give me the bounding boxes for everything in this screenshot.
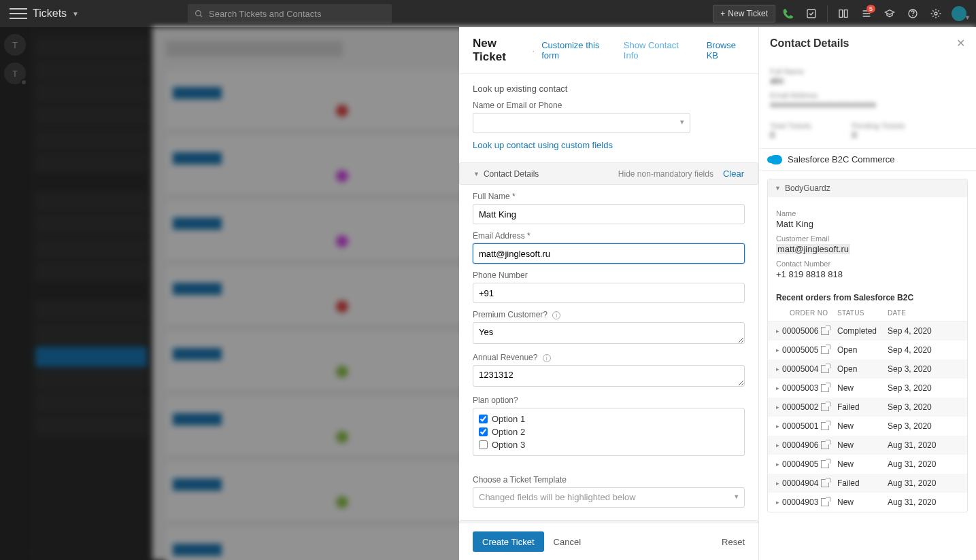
email-label: Email Address *: [473, 231, 745, 241]
salesforce-label: Salesforce B2C Commerce: [788, 154, 895, 164]
book-icon[interactable]: [833, 3, 854, 24]
order-row[interactable]: ▸00004903 New Aug 31, 2020: [768, 493, 967, 512]
cust-email-value: matt@jinglesoft.ru: [776, 244, 850, 254]
lookup-contact-select[interactable]: [473, 113, 690, 133]
global-search[interactable]: Search Tickets and Contacts: [188, 4, 392, 23]
order-row[interactable]: ▸00004904 Failed Aug 31, 2020: [768, 474, 967, 493]
show-contact-info-link[interactable]: Show Contact Info: [624, 40, 687, 60]
clear-link[interactable]: Clear: [723, 169, 744, 179]
hide-nonmandatory-link[interactable]: Hide non-mandatory fields: [618, 169, 713, 179]
phone-icon[interactable]: [778, 3, 798, 24]
notification-badge: 5: [866, 5, 875, 13]
order-row[interactable]: ▸00005003 New Sep 3, 2020: [768, 379, 967, 398]
contact-header: Contact Details ✕: [759, 27, 976, 59]
create-ticket-button[interactable]: Create Ticket: [473, 531, 544, 552]
section-contact-details[interactable]: ▼ Contact Details Hide non-mandatory fie…: [459, 162, 758, 185]
contact-number-value: +1 819 8818 818: [776, 269, 959, 279]
order-row[interactable]: ▸00004905 New Aug 31, 2020: [768, 455, 967, 474]
notification-icon[interactable]: 5: [856, 3, 877, 24]
contact-number-label: Contact Number: [776, 260, 959, 268]
info-icon[interactable]: i: [552, 311, 560, 319]
full-name-label: Full Name *: [473, 192, 745, 201]
order-row[interactable]: ▸00005002 Failed Sep 3, 2020: [768, 398, 967, 417]
contact-summary-blur: Full Name abc Email Address xxxxxxxxxxxx…: [759, 59, 976, 148]
template-select[interactable]: Changed fields will be highlighted below: [473, 487, 745, 508]
external-link-icon[interactable]: [821, 327, 829, 335]
lookup-heading: Look up existing contact: [473, 84, 745, 94]
plan-option-2[interactable]: Option 2: [479, 427, 739, 437]
premium-input[interactable]: Yes: [473, 322, 745, 344]
template-label: Choose a Ticket Template: [473, 475, 745, 485]
svg-point-4: [913, 16, 913, 16]
email-input[interactable]: [473, 243, 745, 264]
order-row[interactable]: ▸00005004 Open Sep 3, 2020: [768, 360, 967, 379]
external-link-icon[interactable]: [821, 479, 829, 487]
external-link-icon[interactable]: [821, 403, 829, 411]
order-row[interactable]: ▸00005005 Open Sep 4, 2020: [768, 340, 967, 360]
phone-input[interactable]: [473, 283, 745, 303]
phone-label: Phone Number: [473, 270, 745, 280]
cust-email-label: Customer Email: [776, 234, 959, 243]
external-link-icon[interactable]: [821, 365, 829, 373]
orders-header-row: ORDER NO STATUS DATE: [768, 305, 967, 321]
browse-kb-link[interactable]: Browse KB: [707, 40, 745, 60]
cancel-button[interactable]: Cancel: [554, 537, 581, 547]
name-value: Matt King: [776, 219, 959, 229]
panel-header: New Ticket · Customize this form Show Co…: [459, 27, 758, 74]
user-avatar[interactable]: ▼: [949, 3, 969, 24]
revenue-input[interactable]: 1231312: [473, 365, 745, 387]
svg-point-5: [935, 12, 937, 15]
chevron-down-icon: ▼: [473, 171, 479, 177]
new-ticket-button[interactable]: + New Ticket: [713, 5, 775, 22]
revenue-label: Annual Revenue? i: [473, 353, 745, 362]
app-menu-icon[interactable]: [10, 8, 27, 19]
order-row[interactable]: ▸00005006 Completed Sep 4, 2020: [768, 321, 967, 340]
col-date: DATE: [888, 309, 949, 317]
order-row[interactable]: ▸00005001 New Sep 3, 2020: [768, 417, 967, 436]
plan-option-3[interactable]: Option 3: [479, 440, 739, 450]
svg-line-1: [200, 15, 202, 17]
widget-header[interactable]: ▼ BodyGuardz: [768, 179, 967, 197]
customize-form-link[interactable]: Customize this form: [541, 40, 610, 60]
external-link-icon[interactable]: [821, 384, 829, 392]
chevron-down-icon[interactable]: ▼: [72, 10, 79, 18]
new-ticket-label: New Ticket: [728, 9, 768, 18]
contact-details-panel: Contact Details ✕ Full Name abc Email Ad…: [758, 27, 976, 560]
plan-checkbox-1[interactable]: [479, 415, 488, 423]
lookup-custom-fields-link[interactable]: Look up contact using custom fields: [473, 140, 613, 150]
external-link-icon[interactable]: [821, 460, 829, 468]
gear-icon[interactable]: [926, 3, 946, 24]
orders-title: Recent orders from Salesforce B2C: [768, 286, 967, 305]
panel-title: New Ticket: [473, 37, 526, 64]
template-placeholder: Changed fields will be highlighted below: [479, 492, 636, 502]
lookup-label: Name or Email or Phone: [473, 101, 745, 110]
new-ticket-panel: New Ticket · Customize this form Show Co…: [459, 27, 758, 560]
svg-rect-2: [807, 10, 815, 18]
plus-icon: +: [720, 9, 725, 18]
external-link-icon[interactable]: [821, 498, 829, 506]
svg-point-0: [196, 10, 201, 16]
info-icon[interactable]: i: [543, 354, 551, 362]
graduation-icon[interactable]: [879, 3, 900, 24]
plan-checkbox-3[interactable]: [479, 440, 488, 449]
plan-checkbox-2[interactable]: [479, 427, 488, 436]
help-icon[interactable]: [903, 3, 923, 24]
plan-option-1[interactable]: Option 1: [479, 414, 739, 424]
check-square-icon[interactable]: [801, 3, 822, 24]
order-row[interactable]: ▸00004906 New Aug 31, 2020: [768, 436, 967, 455]
close-icon[interactable]: ✕: [956, 37, 965, 50]
salesforce-integration[interactable]: Salesforce B2C Commerce: [759, 148, 976, 171]
widget-title: BodyGuardz: [785, 183, 830, 193]
panel-body: Look up existing contact Name or Email o…: [459, 74, 758, 523]
external-link-icon[interactable]: [821, 422, 829, 430]
contact-title: Contact Details: [770, 37, 849, 50]
external-link-icon[interactable]: [821, 441, 829, 449]
chevron-down-icon: ▼: [775, 185, 781, 192]
plan-label: Plan option?: [473, 396, 745, 405]
panel-footer: Create Ticket Cancel Reset: [459, 523, 758, 560]
external-link-icon[interactable]: [821, 346, 829, 354]
module-title[interactable]: Tickets: [33, 7, 67, 20]
search-icon: [195, 10, 203, 18]
full-name-input[interactable]: [473, 204, 745, 224]
reset-button[interactable]: Reset: [722, 537, 745, 547]
